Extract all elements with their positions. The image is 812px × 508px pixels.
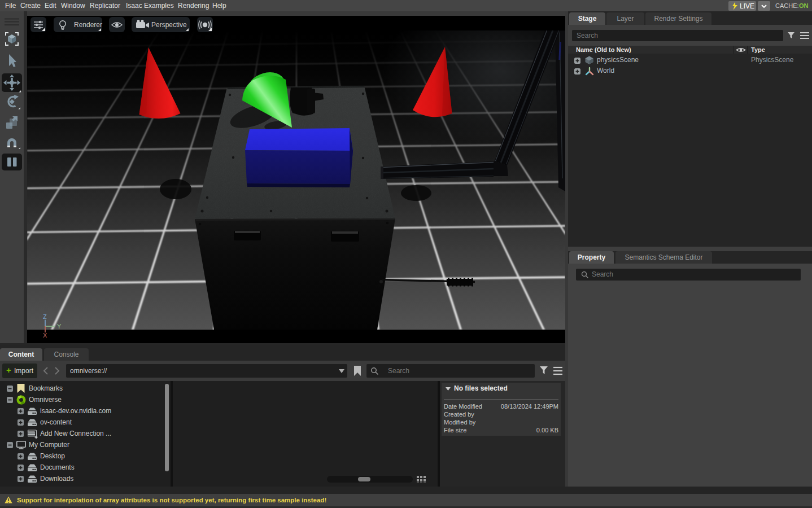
svg-text:Z: Z (43, 313, 47, 320)
svg-text:Y: Y (57, 323, 62, 330)
svg-text:LIVE: LIVE (740, 2, 754, 10)
svg-text:X: X (43, 332, 47, 339)
